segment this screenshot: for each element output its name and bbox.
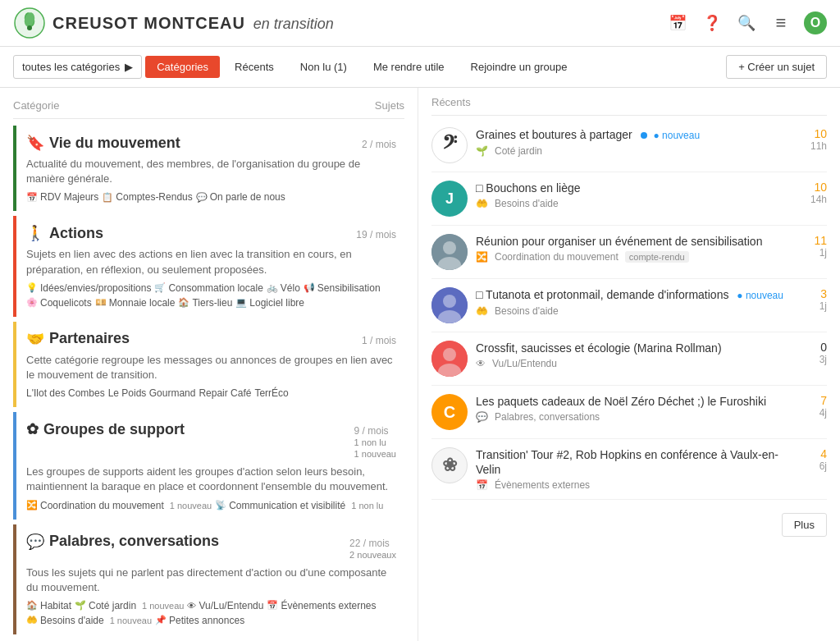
- recent-item[interactable]: C Les paquets cadeaux de Noël Zéro Déche…: [431, 386, 827, 439]
- palabres-tags: 🏠 Habitat 🌱 Coté jardin 1 nouveau 👁 Vu/L…: [26, 600, 396, 626]
- recent-title: Transition' Tour #2, Rob Hopkins en conf…: [476, 447, 786, 477]
- palabres-count: 22 / mois 2 nouveaux: [349, 538, 396, 561]
- category-palabres[interactable]: 💬 Palabres, conversations 22 / mois 2 no…: [13, 524, 404, 634]
- recent-avatar: 𝄢: [431, 127, 468, 163]
- svg-point-5: [443, 241, 456, 254]
- sub-icon: 📅: [476, 479, 488, 491]
- tab-rejoindre[interactable]: Rejoindre un groupe: [459, 56, 579, 78]
- category-actions-title: Actions: [49, 225, 103, 242]
- recent-avatar: ❀: [431, 447, 468, 483]
- actions-icon: 🚶: [26, 224, 44, 242]
- recent-item[interactable]: ❀ Transition' Tour #2, Rob Hopkins en co…: [431, 439, 827, 500]
- recent-sub: 👁 Vu/Lu/Entendu: [476, 358, 786, 369]
- navbar: toutes les catégories ▶ Catégories Récen…: [0, 47, 840, 88]
- recent-time: 11h: [794, 140, 827, 152]
- category-groupes[interactable]: ✿ Groupes de support 9 / mois 1 non lu 1…: [13, 412, 404, 519]
- partenaires-count: 1 / mois: [362, 335, 396, 346]
- category-palabres-title: Palabres, conversations: [49, 533, 219, 550]
- tab-nonlu[interactable]: Non lu (1): [289, 56, 358, 78]
- recent-sub: 🤲 Besoins d'aide: [476, 305, 786, 317]
- recent-item[interactable]: Réunion pour organiser un événement de s…: [431, 226, 827, 279]
- category-actions[interactable]: 🚶 Actions 19 / mois Sujets en lien avec …: [13, 216, 404, 316]
- create-topic-button[interactable]: + Créer un sujet: [726, 55, 827, 79]
- main-content: Catégorie Sujets 🔖 Vie du mouvement 2 / …: [0, 88, 840, 641]
- category-partenaires-title: Partenaires: [49, 330, 130, 347]
- categories-dropdown[interactable]: toutes les catégories ▶: [13, 55, 142, 79]
- calendar-icon[interactable]: 📅: [666, 11, 689, 34]
- sub-icon: 🤲: [476, 305, 488, 317]
- recent-meta: 10 11h: [794, 127, 827, 152]
- new-indicator: [641, 132, 647, 139]
- vie-desc: Actualité du mouvement, des membres, de …: [26, 157, 396, 186]
- recent-title: □ Tutanota et protonmail, demande d'info…: [476, 287, 786, 303]
- palabres-desc: Tous les sujets qui ne parlent pas direc…: [26, 565, 396, 595]
- tab-recents[interactable]: Récents: [223, 56, 285, 78]
- recent-avatar: C: [431, 394, 468, 430]
- recent-meta: 4 6j: [794, 447, 827, 472]
- category-partenaires[interactable]: 🤝 Partenaires 1 / mois Cette catégorie r…: [13, 322, 404, 407]
- recent-time: 14h: [794, 194, 827, 205]
- user-avatar[interactable]: O: [804, 11, 827, 34]
- recent-item[interactable]: 𝄢 Graines et boutures à partager ● nouve…: [431, 119, 827, 172]
- recent-sub: 💬 Palabres, conversations: [476, 411, 786, 423]
- avatar-image: [431, 287, 468, 323]
- recent-time: 4j: [794, 407, 827, 419]
- recent-title: Crossfit, saucisses et écologie (Marina …: [476, 341, 786, 355]
- recent-content: Les paquets cadeaux de Noël Zéro Déchet …: [476, 394, 786, 423]
- header-icons: 📅 ❓ 🔍 ≡ O: [666, 11, 827, 34]
- avatar-image: [431, 341, 468, 377]
- recent-meta: 11 1j: [794, 234, 827, 259]
- recent-count: 3: [794, 287, 827, 300]
- logo-text: CREUSOT MONTCEAU en transition: [52, 14, 334, 33]
- recent-count: 11: [794, 234, 827, 247]
- recent-time: 1j: [794, 300, 827, 312]
- recent-content: □ Bouchons en liège 🤲 Besoins d'aide: [476, 181, 786, 209]
- recent-count: 10: [794, 181, 827, 194]
- categories-panel: Catégorie Sujets 🔖 Vie du mouvement 2 / …: [0, 88, 418, 641]
- help-icon[interactable]: ❓: [701, 11, 724, 34]
- partenaires-desc: Cette catégorie regroupe les messages ou…: [26, 353, 396, 382]
- tab-categories[interactable]: Catégories: [145, 56, 220, 78]
- header: CREUSOT MONTCEAU en transition 📅 ❓ 🔍 ≡ O: [0, 0, 840, 47]
- tab-merendre[interactable]: Me rendre utile: [362, 56, 456, 78]
- vie-count: 2 / mois: [362, 139, 396, 150]
- actions-count: 19 / mois: [356, 229, 396, 240]
- actions-desc: Sujets en lien avec des actions en lien …: [26, 247, 396, 277]
- category-vie[interactable]: 🔖 Vie du mouvement 2 / mois Actualité du…: [13, 126, 404, 211]
- more-button[interactable]: Plus: [782, 513, 827, 537]
- recent-item[interactable]: Crossfit, saucisses et écologie (Marina …: [431, 332, 827, 386]
- recent-sub: 🌱 Coté jardin: [476, 145, 786, 157]
- recents-panel: Récents 𝄢 Graines et boutures à partager…: [418, 88, 840, 641]
- recent-title: Les paquets cadeaux de Noël Zéro Déchet …: [476, 394, 786, 409]
- recent-content: Transition' Tour #2, Rob Hopkins en conf…: [476, 447, 786, 491]
- logo-icon: [13, 7, 46, 39]
- recent-avatar: J: [431, 181, 468, 217]
- palabres-icon: 💬: [26, 533, 44, 551]
- logo-area: CREUSOT MONTCEAU en transition: [13, 7, 334, 39]
- svg-point-11: [443, 348, 456, 361]
- recent-count: 4: [794, 447, 827, 460]
- recent-time: 1j: [794, 247, 827, 259]
- recent-item[interactable]: □ Tutanota et protonmail, demande d'info…: [431, 279, 827, 332]
- dropdown-arrow-icon: ▶: [125, 61, 133, 73]
- vie-icon: 🔖: [26, 134, 44, 152]
- recent-item[interactable]: J □ Bouchons en liège 🤲 Besoins d'aide 1…: [431, 172, 827, 226]
- recent-meta: 0 3j: [794, 341, 827, 365]
- sub-icon: 🌱: [476, 145, 488, 157]
- recent-content: □ Tutanota et protonmail, demande d'info…: [476, 287, 786, 317]
- groupes-icon: ✿: [26, 420, 39, 438]
- recent-avatar: [431, 287, 468, 323]
- recents-header: Récents: [431, 96, 827, 116]
- recent-sub: 🤲 Besoins d'aide: [476, 198, 786, 209]
- recent-meta: 10 14h: [794, 181, 827, 205]
- svg-point-3: [27, 25, 32, 30]
- avatar-image: [431, 234, 468, 270]
- menu-icon[interactable]: ≡: [769, 11, 792, 34]
- recent-count: 0: [794, 341, 827, 354]
- recent-content: Crossfit, saucisses et écologie (Marina …: [476, 341, 786, 369]
- groupes-desc: Les groupes de supports aident les group…: [26, 465, 396, 494]
- recent-count: 7: [794, 394, 827, 407]
- recent-sub: 📅 Évènements externes: [476, 479, 786, 491]
- search-icon[interactable]: 🔍: [735, 11, 758, 34]
- recent-count: 10: [794, 127, 827, 140]
